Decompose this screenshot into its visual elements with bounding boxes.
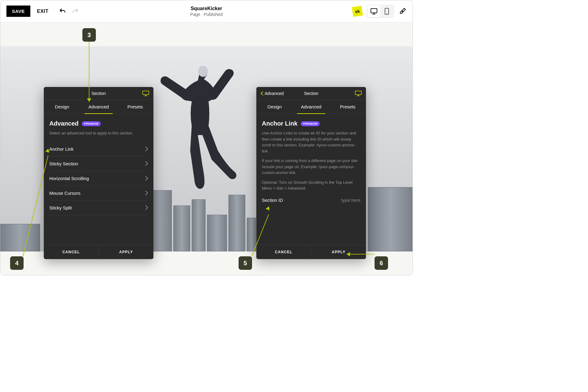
desktop-view-button[interactable] bbox=[368, 6, 380, 17]
redo-button[interactable] bbox=[72, 8, 79, 15]
tool-label: Sticky Section bbox=[49, 161, 78, 166]
section-panel-anchor-link: Advanced Section Design Advanced Presets… bbox=[256, 87, 366, 259]
tool-anchor-link[interactable]: Anchor Link bbox=[49, 142, 148, 156]
tab-advanced[interactable]: Advanced bbox=[293, 100, 329, 114]
chevron-left-icon bbox=[261, 91, 263, 96]
redo-icon bbox=[72, 8, 79, 15]
apply-button[interactable]: APPLY bbox=[311, 245, 366, 259]
premium-badge: PREMIUM bbox=[301, 121, 320, 126]
panel-title: Advanced bbox=[49, 120, 79, 127]
mobile-icon bbox=[385, 8, 389, 15]
svg-rect-5 bbox=[355, 91, 361, 95]
top-toolbar: SAVE EXIT SquareKicker Page · Published … bbox=[0, 0, 413, 22]
panel-context-label: Section bbox=[304, 91, 318, 96]
desktop-icon bbox=[142, 91, 149, 96]
tab-design[interactable]: Design bbox=[256, 100, 293, 114]
tab-presets[interactable]: Presets bbox=[330, 100, 366, 114]
panel-device-indicator[interactable] bbox=[355, 91, 362, 96]
panel-device-indicator[interactable] bbox=[142, 91, 149, 96]
exit-button[interactable]: EXIT bbox=[37, 9, 49, 14]
tab-design[interactable]: Design bbox=[44, 100, 80, 114]
callout-3: 3 bbox=[82, 28, 96, 42]
svg-rect-4 bbox=[143, 91, 149, 95]
callout-6: 6 bbox=[375, 256, 388, 270]
callout-4: 4 bbox=[10, 256, 24, 270]
back-button[interactable]: Advanced bbox=[261, 91, 284, 96]
chevron-right-icon bbox=[145, 205, 148, 210]
save-button[interactable]: SAVE bbox=[6, 6, 30, 17]
chevron-right-icon bbox=[145, 190, 148, 195]
chevron-right-icon bbox=[145, 176, 148, 181]
tool-sticky-split[interactable]: Sticky Split bbox=[49, 201, 148, 215]
chevron-right-icon bbox=[145, 161, 148, 166]
panel-title: Anchor Link bbox=[262, 120, 298, 127]
tool-sticky-section[interactable]: Sticky Section bbox=[49, 156, 148, 171]
desktop-icon bbox=[355, 91, 362, 96]
callout-5: 5 bbox=[239, 256, 252, 270]
tool-label: Mouse Cursors bbox=[49, 190, 81, 196]
jumping-person-illustration bbox=[156, 55, 242, 196]
chevron-right-icon bbox=[145, 146, 148, 151]
panel-description: Select an advanced tool to apply to this… bbox=[49, 130, 148, 136]
app-title: SquareKicker bbox=[190, 6, 223, 11]
page-title-area: SquareKicker Page · Published bbox=[190, 6, 223, 17]
tool-label: Sticky Split bbox=[49, 205, 72, 210]
sk-logo[interactable]: sk bbox=[352, 6, 363, 17]
styles-button[interactable] bbox=[398, 7, 406, 15]
back-label: Advanced bbox=[265, 91, 284, 96]
cancel-button[interactable]: CANCEL bbox=[256, 245, 311, 259]
tool-horizontal-scrolling[interactable]: Horizontal Scrolling bbox=[49, 171, 148, 186]
panel-context-label: Section bbox=[92, 91, 106, 96]
device-toggle bbox=[367, 5, 394, 18]
section-panel-advanced: Section Design Advanced Presets Advanced… bbox=[44, 87, 153, 259]
svg-point-2 bbox=[386, 13, 387, 14]
tab-presets[interactable]: Presets bbox=[117, 100, 153, 114]
cancel-button[interactable]: CANCEL bbox=[44, 245, 99, 259]
svg-rect-0 bbox=[371, 9, 377, 13]
tool-label: Anchor Link bbox=[49, 146, 74, 152]
svg-point-3 bbox=[198, 66, 208, 77]
mobile-view-button[interactable] bbox=[380, 6, 393, 17]
paintbrush-icon bbox=[398, 7, 406, 15]
page-status: Page · Published bbox=[190, 12, 223, 17]
tool-label: Horizontal Scrolling bbox=[49, 176, 89, 181]
tool-mouse-cursors[interactable]: Mouse Cursors bbox=[49, 186, 148, 201]
panel-description: Use Anchor Links to create an ID for you… bbox=[262, 130, 360, 191]
desktop-icon bbox=[371, 8, 377, 14]
section-id-input[interactable] bbox=[321, 198, 360, 203]
apply-button[interactable]: APPLY bbox=[99, 245, 154, 259]
undo-icon bbox=[59, 8, 66, 15]
undo-button[interactable] bbox=[59, 8, 66, 15]
premium-badge: PREMIUM bbox=[82, 121, 101, 126]
tab-advanced[interactable]: Advanced bbox=[80, 100, 117, 114]
section-id-label: Section ID bbox=[262, 198, 283, 203]
